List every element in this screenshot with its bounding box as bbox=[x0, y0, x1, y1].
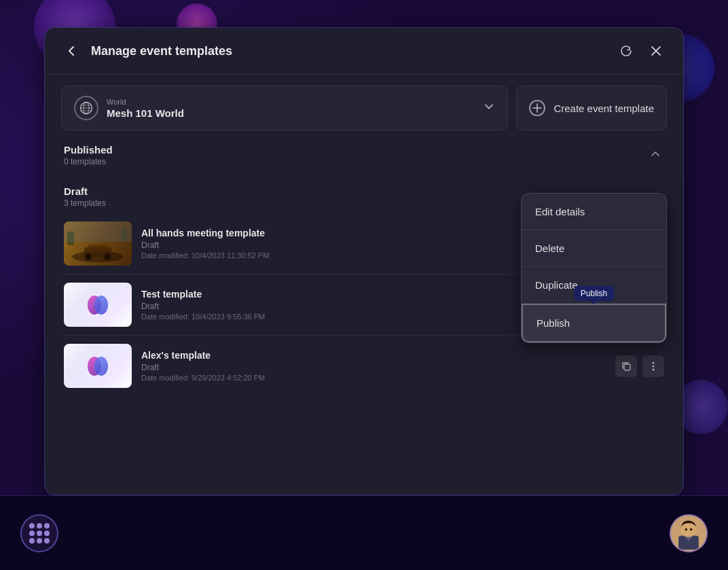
template-actions bbox=[615, 355, 664, 377]
context-publish[interactable]: Publish Publish bbox=[522, 304, 666, 342]
svg-point-35 bbox=[690, 528, 693, 531]
draft-count: 3 templates bbox=[64, 198, 106, 208]
more-button[interactable] bbox=[642, 355, 664, 377]
svg-point-29 bbox=[653, 365, 655, 367]
plus-icon bbox=[529, 100, 545, 116]
template-info: Alex's template Draft Date modified: 9/2… bbox=[141, 350, 606, 382]
draft-title-group: Draft 3 templates bbox=[64, 185, 106, 208]
back-button[interactable] bbox=[61, 40, 83, 62]
world-name: Mesh 101 World bbox=[107, 107, 475, 119]
avatar-svg bbox=[671, 514, 706, 551]
svg-rect-9 bbox=[88, 245, 107, 251]
modal-title: Manage event templates bbox=[91, 44, 607, 58]
svg-point-34 bbox=[685, 528, 687, 531]
create-template-label: Create event template bbox=[553, 103, 654, 114]
svg-rect-27 bbox=[624, 364, 630, 370]
template-list: All hands meeting template Draft Date mo… bbox=[61, 213, 667, 396]
published-count: 0 templates bbox=[64, 157, 113, 166]
header-actions bbox=[615, 40, 667, 62]
avatar-button[interactable] bbox=[670, 514, 708, 552]
template-item[interactable]: All hands meeting template Draft Date mo… bbox=[61, 213, 667, 274]
svg-point-28 bbox=[653, 361, 655, 363]
published-title-group: Published 0 templates bbox=[64, 144, 113, 166]
publish-tooltip: Publish bbox=[574, 286, 614, 301]
world-label: World bbox=[107, 98, 475, 106]
template-thumbnail bbox=[64, 221, 132, 266]
pink-thumb bbox=[64, 344, 132, 388]
apps-icon bbox=[29, 523, 50, 544]
published-section-header: Published 0 templates bbox=[61, 139, 667, 172]
world-icon bbox=[74, 96, 98, 120]
published-collapse-button[interactable] bbox=[647, 145, 664, 166]
close-button[interactable] bbox=[645, 40, 667, 62]
create-template-button[interactable]: Create event template bbox=[516, 86, 667, 130]
pink-logo bbox=[84, 353, 111, 380]
svg-point-11 bbox=[104, 253, 111, 260]
svg-point-26 bbox=[94, 357, 108, 376]
modal-header: Manage event templates bbox=[45, 28, 683, 75]
context-delete[interactable]: Delete bbox=[522, 230, 666, 267]
pink-logo bbox=[84, 291, 111, 319]
world-selector[interactable]: World Mesh 101 World bbox=[61, 86, 508, 130]
world-info: World Mesh 101 World bbox=[107, 98, 475, 119]
template-item[interactable]: Alex's template Draft Date modified: 9/2… bbox=[61, 336, 667, 396]
modal: Manage event templates bbox=[44, 27, 684, 495]
draft-section: Draft 3 templates bbox=[61, 180, 667, 396]
apps-button[interactable] bbox=[20, 514, 58, 552]
template-name: Alex's template bbox=[141, 350, 606, 361]
racing-thumb bbox=[64, 221, 132, 266]
top-row: World Mesh 101 World Create event templa… bbox=[61, 86, 667, 130]
draft-title: Draft bbox=[64, 185, 106, 197]
template-status: Draft bbox=[141, 363, 606, 372]
copy-button[interactable] bbox=[615, 355, 637, 377]
context-menu: Edit details Delete Duplicate Publish Pu… bbox=[521, 193, 667, 343]
published-title: Published bbox=[64, 144, 113, 156]
template-thumbnail bbox=[64, 344, 132, 388]
context-edit-details[interactable]: Edit details bbox=[522, 194, 666, 230]
template-date: Date modified: 9/29/2023 4:52:20 PM bbox=[141, 374, 606, 382]
svg-rect-14 bbox=[64, 221, 132, 242]
refresh-button[interactable] bbox=[615, 40, 637, 62]
template-thumbnail bbox=[64, 283, 132, 327]
chevron-down-icon bbox=[483, 101, 495, 116]
svg-point-30 bbox=[653, 368, 655, 370]
pink-thumb bbox=[64, 283, 132, 327]
taskbar bbox=[0, 495, 728, 570]
published-section: Published 0 templates bbox=[61, 139, 667, 172]
modal-body: World Mesh 101 World Create event templa… bbox=[45, 75, 683, 495]
svg-point-20 bbox=[94, 296, 108, 315]
svg-point-10 bbox=[85, 253, 92, 260]
